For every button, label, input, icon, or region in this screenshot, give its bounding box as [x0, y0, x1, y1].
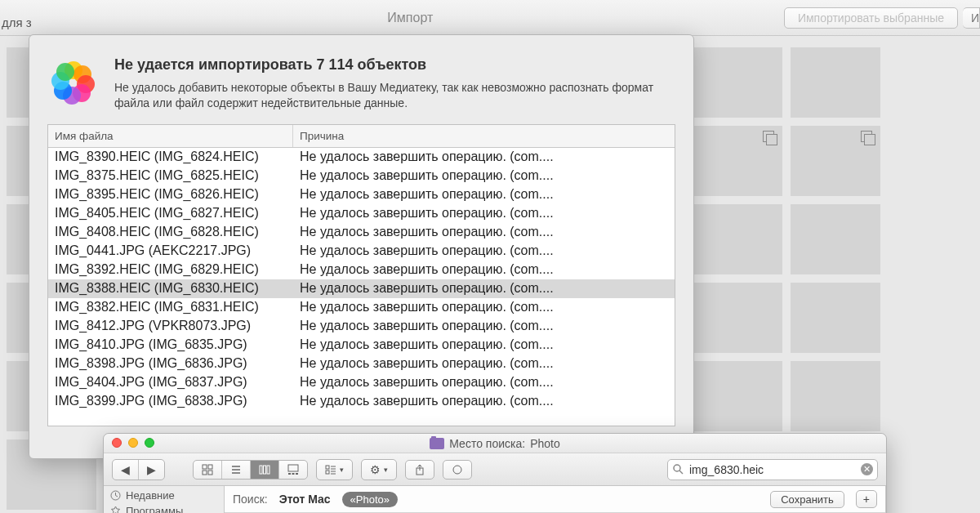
gear-icon: ⚙ [370, 463, 381, 476]
cell-filename: IMG_8382.HEIC (IMG_6831.HEIC) [48, 298, 293, 317]
nav-back-forward: ◀ ▶ [112, 459, 165, 480]
thumbnail[interactable] [791, 204, 880, 274]
table-row[interactable]: IMG_8410.JPG (IMG_6835.JPG)Не удалось за… [48, 336, 675, 355]
col-header-filename[interactable]: Имя файла [48, 125, 293, 147]
view-columns-button[interactable] [251, 461, 279, 479]
sidebar-item-apps[interactable]: Программы [110, 503, 217, 513]
svg-rect-16 [264, 466, 266, 474]
thumbnail[interactable] [693, 204, 782, 274]
cell-filename: IMG_8395.HEIC (IMG_6826.HEIC) [48, 185, 293, 204]
cell-reason: Не удалось завершить операцию. (com.... [293, 223, 675, 242]
svg-point-31 [674, 465, 680, 471]
finder-title-prefix: Место поиска: [449, 437, 525, 450]
view-mode-segment [193, 460, 308, 480]
table-row[interactable]: IMG_8382.HEIC (IMG_6831.HEIC)Не удалось … [48, 298, 675, 317]
thumbnail[interactable] [791, 361, 880, 431]
thumbnail[interactable] [791, 126, 880, 196]
cell-reason: Не удалось завершить операцию. (com.... [293, 317, 675, 336]
cell-reason: Не удалось завершить операцию. (com.... [293, 261, 675, 279]
search-scope-bar: Поиск: Этот Mac «Photo» Сохранить + [225, 486, 885, 513]
forward-button[interactable]: ▶ [139, 460, 164, 480]
table-row[interactable]: IMG_8408.HEIC (IMG_6828.HEIC)Не удалось … [48, 223, 675, 242]
table-row[interactable]: IMG_8405.HEIC (IMG_6827.HEIC)Не удалось … [48, 204, 675, 223]
thumbnail[interactable] [791, 283, 880, 353]
minimize-icon[interactable] [128, 438, 138, 448]
cell-filename: IMG_8399.JPG (IMG_6838.JPG) [48, 392, 293, 411]
share-button[interactable] [405, 460, 434, 480]
photos-toolbar: для з Импорт Импортировать выбранные И [0, 0, 980, 36]
cell-filename: IMG_8398.JPG (IMG_6836.JPG) [48, 355, 293, 373]
table-row[interactable]: IMG_8395.HEIC (IMG_6826.HEIC)Не удалось … [48, 185, 675, 204]
cell-filename: IMG_8390.HEIC (IMG_6824.HEIC) [48, 148, 293, 167]
thumbnail[interactable] [693, 126, 782, 196]
dialog-title: Не удается импортировать 7 114 объектов [114, 56, 675, 74]
save-search-button[interactable]: Сохранить [770, 491, 844, 508]
scope-this-mac[interactable]: Этот Mac [279, 493, 331, 506]
clear-search-icon[interactable]: ✕ [861, 463, 873, 475]
cell-reason: Не удалось завершить операцию. (com.... [293, 185, 675, 204]
svg-rect-11 [208, 471, 212, 475]
cell-filename: IMG_8375.HEIC (IMG_6825.HEIC) [48, 167, 293, 185]
table-row[interactable]: IMG_8388.HEIC (IMG_6830.HEIC)Не удалось … [48, 279, 675, 298]
view-list-button[interactable] [222, 461, 251, 479]
table-row[interactable]: IMG_8398.JPG (IMG_6836.JPG)Не удалось за… [48, 355, 675, 373]
back-button[interactable]: ◀ [113, 460, 139, 480]
cell-reason: Не удалось завершить операцию. (com.... [293, 148, 675, 167]
toolbar-left-fragment: для з [0, 6, 37, 29]
cell-filename: IMG_8388.HEIC (IMG_6830.HEIC) [48, 279, 293, 298]
table-row[interactable]: IMG_8392.HEIC (IMG_6829.HEIC)Не удалось … [48, 261, 675, 279]
sidebar-apps-label: Программы [126, 505, 183, 513]
action-menu-button[interactable]: ⚙▾ [361, 459, 397, 480]
svg-rect-20 [292, 473, 295, 475]
table-row[interactable]: IMG_8390.HEIC (IMG_6824.HEIC)Не удалось … [48, 148, 675, 167]
search-input[interactable] [667, 459, 878, 480]
table-row[interactable]: IMG_8399.JPG (IMG_6838.JPG)Не удалось за… [48, 392, 675, 411]
svg-rect-18 [288, 465, 298, 471]
table-row[interactable]: IMG_8375.HEIC (IMG_6825.HEIC)Не удалось … [48, 167, 675, 185]
finder-content: Поиск: Этот Mac «Photo» Сохранить + [225, 486, 886, 513]
svg-rect-9 [208, 465, 212, 469]
search-icon [673, 463, 684, 478]
maximize-icon[interactable] [145, 438, 154, 448]
svg-rect-22 [326, 466, 329, 469]
cell-reason: Не удалось завершить операцию. (com.... [293, 392, 675, 411]
cell-reason: Не удалось завершить операцию. (com.... [293, 242, 675, 261]
cell-filename: IMG_8412.JPG (VPKR8073.JPG) [48, 317, 293, 336]
svg-rect-23 [326, 471, 329, 474]
arrange-group-segment: ▾ [316, 459, 353, 480]
thumbnail[interactable] [693, 47, 782, 118]
apps-icon [110, 506, 121, 513]
cell-reason: Не удалось завершить операцию. (com.... [293, 167, 675, 185]
arrange-button[interactable]: ▾ [317, 460, 352, 480]
table-row[interactable]: IMG_8404.JPG (IMG_6837.JPG)Не удалось за… [48, 373, 675, 392]
import-error-dialog: Не удается импортировать 7 114 объектов … [29, 34, 694, 459]
scope-label: Поиск: [233, 493, 268, 506]
folder-icon [430, 438, 444, 449]
svg-line-35 [116, 496, 118, 497]
col-header-reason[interactable]: Причина [293, 125, 675, 147]
import-all-button[interactable]: И [963, 7, 980, 29]
svg-point-30 [453, 466, 461, 474]
scope-folder-pill[interactable]: «Photo» [342, 492, 398, 507]
add-criteria-button[interactable]: + [856, 490, 877, 508]
view-gallery-button[interactable] [279, 461, 307, 479]
finder-titlebar[interactable]: Место поиска: Photo [104, 434, 886, 453]
close-icon[interactable] [112, 438, 122, 448]
tags-button[interactable] [443, 460, 472, 480]
table-row[interactable]: IMG_8412.JPG (VPKR8073.JPG)Не удалось за… [48, 317, 675, 336]
view-icon-button[interactable] [194, 461, 222, 479]
thumbnail[interactable] [791, 47, 880, 118]
cell-filename: IMG_8408.HEIC (IMG_6828.HEIC) [48, 223, 293, 242]
cell-reason: Не удалось завершить операцию. (com.... [293, 279, 675, 298]
svg-rect-17 [267, 466, 270, 474]
cell-filename: IMG_8405.HEIC (IMG_6827.HEIC) [48, 204, 293, 223]
finder-sidebar: Недавние Программы [104, 486, 225, 513]
import-selected-button[interactable]: Импортировать выбранные [784, 7, 958, 29]
table-row[interactable]: IMG_0441.JPG (AEKC2217.JPG)Не удалось за… [48, 242, 675, 261]
cell-reason: Не удалось завершить операцию. (com.... [293, 298, 675, 317]
cell-filename: IMG_8404.JPG (IMG_6837.JPG) [48, 373, 293, 392]
thumbnail[interactable] [693, 283, 782, 353]
thumbnail[interactable] [693, 361, 782, 431]
sidebar-item-recent[interactable]: Недавние [110, 488, 217, 503]
svg-line-32 [679, 471, 683, 474]
